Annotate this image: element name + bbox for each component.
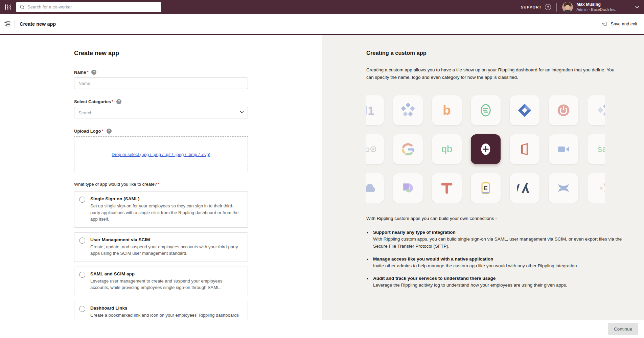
app-tile-gallery: 1broqbsaE xyxy=(366,95,605,203)
bullet-item: Audit and track your services to underst… xyxy=(366,276,627,289)
bullet-title: Support nearly any type of integration xyxy=(373,230,627,235)
list-add-icon[interactable] xyxy=(4,21,10,27)
categories-select[interactable] xyxy=(74,107,248,118)
support-help-icon[interactable]: ? xyxy=(545,4,551,10)
support-link[interactable]: SUPPORT xyxy=(521,5,542,9)
svg-text:1: 1 xyxy=(368,104,374,117)
option-title: Dashboard Links xyxy=(90,306,242,311)
svg-text:sa: sa xyxy=(598,144,605,154)
app-tile-google-g xyxy=(393,134,423,164)
svg-text:qb: qb xyxy=(441,143,452,154)
info-heading: Creating a custom app xyxy=(366,50,644,56)
header-right-cluster: SUPPORT ? Max Musing Admin · BaseDash In… xyxy=(521,2,639,13)
bullet-item: Manage access like you would with a nati… xyxy=(366,256,627,270)
drop-or-select-link[interactable]: Drop or select (.jpg / .png / .gif / .jp… xyxy=(112,152,210,157)
bullet-item: Support nearly any type of integration W… xyxy=(366,230,627,250)
user-identity[interactable]: Max Musing Admin · BaseDash Inc. xyxy=(576,2,616,12)
app-tile-sa-letters: sa xyxy=(588,134,605,164)
top-header: SUPPORT ? Max Musing Admin · BaseDash In… xyxy=(0,0,644,14)
app-tile-pink-dots xyxy=(588,173,605,203)
option-description: Leverage user management to create and s… xyxy=(90,278,242,291)
categories-label: Select Categories* ? xyxy=(74,99,248,104)
svg-text:b: b xyxy=(443,103,451,117)
save-and-exit-label: Save and exit xyxy=(611,21,637,26)
option-description: Create, update, and suspend your employe… xyxy=(90,244,242,257)
svg-text:ro: ro xyxy=(366,144,370,154)
search-input[interactable] xyxy=(27,4,158,9)
required-marker: * xyxy=(101,129,103,134)
name-input[interactable] xyxy=(74,77,248,89)
app-tile-cross-ribbons xyxy=(549,173,578,203)
option-title: Single Sign-on (SAML) xyxy=(90,196,242,201)
option-dashboard-links[interactable]: Dashboard Links Create a bookmarked link… xyxy=(74,301,248,320)
user-avatar[interactable] xyxy=(562,2,573,13)
name-label: Name* ? xyxy=(74,70,248,75)
page-title: Create new app xyxy=(20,21,56,27)
categories-help-icon[interactable]: ? xyxy=(116,99,121,104)
bullet-title: Audit and track your services to underst… xyxy=(373,276,627,281)
app-tile-cloud xyxy=(366,173,384,203)
svg-text:E: E xyxy=(484,184,488,191)
option-title: User Management via SCIM xyxy=(90,237,242,242)
upload-logo-label: Upload Logo* ? xyxy=(74,129,248,134)
required-marker: * xyxy=(158,182,159,187)
app-tile-blue-diamond xyxy=(510,95,539,125)
rippling-create-app-page: SUPPORT ? Max Musing Admin · BaseDash In… xyxy=(0,0,644,338)
exit-icon xyxy=(602,21,607,27)
app-tile-leaf-quarters xyxy=(393,173,423,203)
radio-button[interactable] xyxy=(79,238,85,244)
app-type-question: What type of app would you like to creat… xyxy=(74,182,248,187)
categories-search-input[interactable] xyxy=(74,107,248,118)
app-tile-qb-letters: qb xyxy=(432,134,462,164)
page-footer: Continue xyxy=(0,320,644,338)
required-marker: * xyxy=(87,70,88,75)
app-tile-letter-t xyxy=(432,173,462,203)
app-tile-e-card: E xyxy=(471,173,501,203)
option-description: Set up single sign-on for your employees… xyxy=(90,203,242,223)
page-toolbar: Create new app Save and exit xyxy=(0,14,644,35)
custom-app-info-panel: Creating a custom app Creating a custom … xyxy=(322,35,644,320)
app-tile-ellipse-lines xyxy=(471,95,501,125)
app-tile-ro-target: ro xyxy=(366,134,384,164)
search-icon xyxy=(20,4,25,9)
bullet-title: Manage access like you would with a nati… xyxy=(373,256,627,262)
option-title: SAML and SCIM app xyxy=(90,271,242,276)
app-tile-custom-plus xyxy=(471,134,501,164)
feature-bullets: Support nearly any type of integration W… xyxy=(366,230,627,289)
connections-line: With Rippling custom apps you can build … xyxy=(366,216,644,221)
bullet-description: With Rippling custom apps, you can build… xyxy=(373,236,627,250)
name-help-icon[interactable]: ? xyxy=(91,70,96,75)
app-tile-letter-a xyxy=(510,173,539,203)
option-saml-and-scim[interactable]: SAML and SCIM app Leverage user manageme… xyxy=(74,267,248,296)
header-divider xyxy=(556,3,557,12)
main-content: Create new app Name* ? Select Categories… xyxy=(0,35,644,320)
toolbar-divider xyxy=(15,20,15,28)
option-description: Create a bookmarked link and icon on you… xyxy=(90,312,242,320)
app-tile-power-button xyxy=(549,95,578,125)
radio-button[interactable] xyxy=(79,306,85,312)
radio-button[interactable] xyxy=(79,197,85,203)
required-marker: * xyxy=(112,99,113,104)
coworker-search-box[interactable] xyxy=(16,2,161,12)
info-intro: Creating a custom app allows you to have… xyxy=(366,66,621,81)
user-role: Admin · BaseDash Inc. xyxy=(576,7,616,12)
app-tile-double-diamonds xyxy=(588,95,605,125)
user-name: Max Musing xyxy=(576,2,616,7)
create-app-form-panel: Create new app Name* ? Select Categories… xyxy=(0,35,322,320)
user-menu-chevron-down-icon[interactable] xyxy=(635,6,639,8)
app-tile-numeral-1: 1 xyxy=(366,95,384,125)
bullet-description: Invite other admins to help manage the c… xyxy=(373,263,627,270)
continue-button[interactable]: Continue xyxy=(608,323,638,335)
upload-help-icon[interactable]: ? xyxy=(107,129,112,134)
save-and-exit-button[interactable]: Save and exit xyxy=(602,21,637,27)
bullet-description: Leverage the Rippling acitivty log to un… xyxy=(373,282,627,289)
app-tile-diamond-star xyxy=(393,95,423,125)
option-user-management-scim[interactable]: User Management via SCIM Create, update,… xyxy=(74,232,248,262)
option-single-sign-on-saml[interactable]: Single Sign-on (SAML) Set up single sign… xyxy=(74,191,248,228)
radio-button[interactable] xyxy=(79,272,85,278)
app-tile-video-camera xyxy=(549,134,578,164)
rippling-logo-icon[interactable] xyxy=(3,3,13,11)
form-heading: Create new app xyxy=(74,50,248,57)
logo-dropzone[interactable]: Drop or select (.jpg / .png / .gif / .jp… xyxy=(74,136,248,172)
app-tile-letter-b: b xyxy=(432,95,462,125)
